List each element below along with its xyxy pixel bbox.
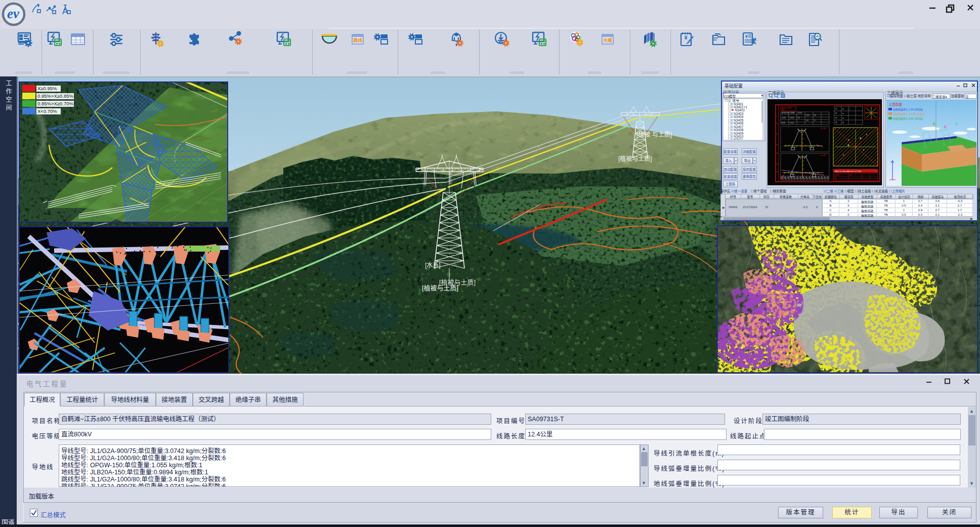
svg-text:X<0.70%: X<0.70% xyxy=(37,108,57,114)
svg-text:▤: ▤ xyxy=(842,117,844,119)
svg-text:▤: ▤ xyxy=(812,176,813,178)
svg-text:3.15: 3.15 xyxy=(806,119,809,121)
svg-text:—: — xyxy=(863,177,864,179)
svg-text:ev: ev xyxy=(7,6,20,21)
svg-text:0.8: 0.8 xyxy=(834,179,837,181)
svg-text:▤: ▤ xyxy=(808,176,810,178)
svg-text:▤: ▤ xyxy=(787,176,789,178)
svg-text:27202A: 27202A xyxy=(790,112,794,114)
svg-text:土层厚度: 土层厚度 xyxy=(889,102,903,107)
svg-text:B 224: B 224 xyxy=(782,122,785,124)
svg-text:跳线: 跳线 xyxy=(353,37,362,43)
svg-text:A: A xyxy=(777,152,778,154)
svg-text:25: 25 xyxy=(835,117,837,119)
svg-text:▤: ▤ xyxy=(796,176,798,178)
svg-text:14.5kV: 14.5kV xyxy=(834,174,839,176)
svg-text:GB-2.4-T06.28BJ.P2-C2 T08: GB-2.4-T06.28BJ.P2-C2 T08 xyxy=(835,170,861,173)
svg-text:▤: ▤ xyxy=(799,176,801,178)
svg-text:¥: ¥ xyxy=(745,34,748,39)
svg-text:[植被与土质]: [植被与土质] xyxy=(618,155,652,163)
svg-text:▤: ▤ xyxy=(781,176,783,178)
svg-text:8.2: 8.2 xyxy=(849,174,852,176)
svg-text:GK GXZ DH: GK GXZ DH xyxy=(782,112,789,114)
svg-text:0.95%>X≥0.85%: 0.95%>X≥0.85% xyxy=(37,93,74,99)
svg-text:Cd.288: Cd.288 xyxy=(820,128,826,130)
svg-text:¥: ¥ xyxy=(685,35,688,40)
svg-text:B: B xyxy=(777,133,778,135)
svg-text:2.4 0.8: 2.4 0.8 xyxy=(790,117,794,119)
svg-text:含砾石粘性土,5.6m,持力层: 含砾石粘性土,5.6m,持力层 xyxy=(893,117,923,120)
svg-text:X≥0.95%: X≥0.95% xyxy=(37,86,57,91)
svg-text:6.6: 6.6 xyxy=(798,117,800,119)
svg-text:▤: ▤ xyxy=(818,176,819,178)
svg-text:0.85%>X≥0.70%: 0.85%>X≥0.70% xyxy=(37,101,74,106)
svg-text:▤: ▤ xyxy=(842,121,844,124)
svg-text:▤: ▤ xyxy=(827,176,828,178)
svg-text:▤: ▤ xyxy=(824,176,825,178)
svg-text:C: C xyxy=(955,122,958,126)
svg-text:8.6: 8.6 xyxy=(814,114,816,116)
svg-text:[植被与土质]: [植被与土质] xyxy=(439,278,476,286)
svg-text:C2720: C2720 xyxy=(798,112,802,114)
svg-text:▤: ▤ xyxy=(790,176,792,178)
svg-text:Cd.288: Cd.288 xyxy=(820,154,826,156)
svg-text:▤: ▤ xyxy=(821,176,822,178)
svg-text:▤: ▤ xyxy=(842,108,844,110)
svg-text:▤: ▤ xyxy=(815,176,816,178)
svg-text:▤: ▤ xyxy=(842,112,844,114)
svg-text:▤: ▤ xyxy=(805,176,807,178)
svg-text:B02: B02 xyxy=(782,109,785,111)
svg-text:[水系]: [水系] xyxy=(425,262,441,269)
svg-text:▣: ▣ xyxy=(847,144,849,146)
svg-text:B: B xyxy=(944,125,947,129)
svg-text:光缆: 光缆 xyxy=(603,37,612,43)
svg-text:14.25: 14.25 xyxy=(806,114,809,116)
svg-text:含砾石粘性土,7.2.8m,持力层: 含砾石粘性土,7.2.8m,持力层 xyxy=(893,112,925,116)
svg-text:▤: ▤ xyxy=(802,176,804,178)
svg-text:▤: ▤ xyxy=(793,176,795,178)
svg-text:[植被 与土质]: [植被 与土质] xyxy=(636,131,672,138)
svg-text:1 C2S: 1 C2S xyxy=(782,117,785,119)
svg-text:D: D xyxy=(933,122,935,126)
svg-text:25: 25 xyxy=(835,112,837,114)
svg-text:1.2 6.4: 1.2 6.4 xyxy=(790,122,794,124)
svg-text:▤: ▤ xyxy=(784,176,786,178)
svg-text:R: R xyxy=(777,171,778,173)
svg-text:含砾石粘性土,1.2m,持力层: 含砾石粘性土,1.2m,持力层 xyxy=(893,108,923,111)
svg-text:4.2: 4.2 xyxy=(834,177,837,179)
svg-text:25: 25 xyxy=(835,108,837,110)
svg-text:A: A xyxy=(917,126,919,130)
svg-text:25: 25 xyxy=(835,121,837,124)
svg-text:▣: ▣ xyxy=(860,137,862,139)
